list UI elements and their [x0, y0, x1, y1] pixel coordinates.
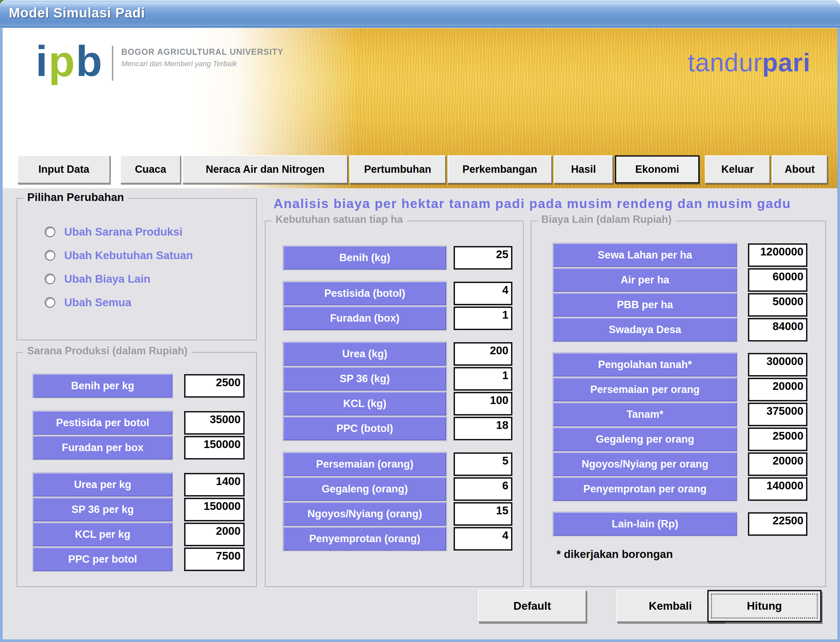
radio-label[interactable]: Ubah Kebutuhan Satuan — [64, 249, 193, 262]
table-row: SP 36 per kg — [33, 498, 256, 521]
table-row: Furadan (box) — [283, 306, 523, 330]
tab-hasil[interactable]: Hasil — [554, 155, 613, 183]
table-row: Furadan per box — [33, 436, 256, 459]
pestisida-per-botol-input[interactable] — [184, 411, 244, 434]
ngoyos-nyiang-orang-label: Ngoyos/Nyiang (orang) — [283, 502, 446, 526]
tanam-input[interactable] — [748, 403, 808, 426]
table-row: Pestisida per botol — [33, 411, 256, 434]
ppc-per-botol-label: PPC per botol — [33, 548, 172, 571]
pilihan-perubahan-title: Pilihan Perubahan — [23, 191, 128, 204]
lain-lain-rp-label: Lain-lain (Rp) — [553, 512, 737, 536]
table-row: Penyemprotan per orang — [553, 477, 825, 501]
air-per-ha-input[interactable] — [748, 268, 808, 292]
pengolahan-tanah-input[interactable] — [748, 353, 808, 376]
lain-lain-rp-input[interactable] — [748, 512, 808, 536]
ngoyos-nyiang-per-orang-label: Ngoyos/Nyiang per orang — [553, 452, 737, 476]
radio-label[interactable]: Ubah Sarana Produksi — [64, 225, 183, 238]
sarana-produksi-title: Sarana Produksi (dalam Rupiah) — [23, 345, 191, 357]
radio-icon[interactable] — [45, 274, 55, 284]
benih-kg-input[interactable] — [453, 246, 512, 269]
radio-group: Ubah Sarana Produksi Ubah Kebutuhan Satu… — [17, 199, 256, 309]
tab-ekonomi[interactable]: Ekonomi — [615, 155, 699, 183]
penyemprotan-orang-input[interactable] — [453, 527, 512, 551]
gegaleng-orang-input[interactable] — [453, 477, 512, 501]
table-row: KCL (kg) — [283, 392, 523, 415]
pbb-per-ha-input[interactable] — [748, 293, 808, 317]
default-button[interactable]: Default — [478, 590, 586, 622]
tab-perkembangan[interactable]: Perkembangan — [448, 155, 552, 183]
radio-ubah-sarana-produksi[interactable]: Ubah Sarana Produksi — [45, 225, 256, 238]
kebutuhan-satuan-groupbox: Kebutuhan satuan tiap ha Benih (kg) Pest… — [264, 220, 523, 587]
ppc-botol-input[interactable] — [453, 417, 512, 440]
university-name: BOGOR AGRICULTURAL UNIVERSITY — [121, 47, 283, 57]
persemaian-orang-label: Persemaian (orang) — [283, 452, 446, 476]
swadaya-desa-label: Swadaya Desa — [553, 318, 737, 342]
benih-per-kg-input[interactable] — [184, 374, 244, 398]
persemaian-per-orang-input[interactable] — [748, 378, 808, 401]
sewa-lahan-per-ha-input[interactable] — [748, 243, 808, 267]
ngoyos-nyiang-per-orang-input[interactable] — [748, 452, 808, 476]
header-banner: ipb BOGOR AGRICULTURAL UNIVERSITY Mencar… — [3, 28, 837, 188]
university-tagline: Mencari dan Memberi yang Terbaik — [121, 60, 283, 68]
window-frame: ipb BOGOR AGRICULTURAL UNIVERSITY Mencar… — [0, 28, 840, 642]
table-row: Urea per kg — [33, 473, 256, 496]
furadan-per-box-input[interactable] — [184, 436, 244, 459]
penyemprotan-orang-label: Penyemprotan (orang) — [283, 527, 446, 551]
radio-label[interactable]: Ubah Biaya Lain — [64, 272, 151, 285]
sp36-per-kg-input[interactable] — [184, 498, 244, 521]
penyemprotan-per-orang-input[interactable] — [748, 477, 808, 501]
tab-about[interactable]: About — [772, 155, 827, 183]
pestisida-botol-label: Pestisida (botol) — [283, 282, 446, 305]
urea-kg-input[interactable] — [453, 342, 512, 366]
urea-per-kg-input[interactable] — [184, 473, 244, 496]
sewa-lahan-per-ha-label: Sewa Lahan per ha — [553, 243, 737, 267]
radio-ubah-kebutuhan-satuan[interactable]: Ubah Kebutuhan Satuan — [45, 249, 256, 262]
sp36-per-kg-label: SP 36 per kg — [33, 498, 172, 521]
sp36-kg-input[interactable] — [453, 367, 512, 391]
tab-input-data[interactable]: Input Data — [18, 155, 110, 183]
table-row: Ngoyos/Nyiang per orang — [553, 452, 825, 476]
gegaleng-per-orang-input[interactable] — [748, 428, 808, 451]
table-row: Swadaya Desa — [553, 318, 825, 342]
page-title: Analisis biaya per hektar tanam padi pad… — [274, 196, 791, 211]
table-row: KCL per kg — [33, 523, 256, 546]
hitung-button[interactable]: Hitung — [707, 590, 822, 622]
sarana-rows: Benih per kg Pestisida per botol Furadan… — [17, 353, 256, 571]
table-row: Pengolahan tanah* — [553, 353, 825, 376]
tab-pertumbuhan[interactable]: Pertumbuhan — [350, 155, 446, 183]
radio-ubah-semua[interactable]: Ubah Semua — [45, 296, 256, 309]
kcl-kg-label: KCL (kg) — [283, 392, 446, 415]
furadan-box-label: Furadan (box) — [283, 306, 446, 330]
table-row: Penyemprotan (orang) — [283, 527, 523, 551]
kcl-kg-input[interactable] — [453, 392, 512, 415]
ppc-per-botol-input[interactable] — [184, 548, 244, 571]
radio-icon[interactable] — [45, 250, 55, 261]
table-row: PPC per botol — [33, 548, 256, 571]
radio-ubah-biaya-lain[interactable]: Ubah Biaya Lain — [45, 272, 256, 285]
pestisida-per-botol-label: Pestisida per botol — [33, 411, 172, 434]
penyemprotan-per-orang-label: Penyemprotan per orang — [553, 477, 737, 501]
gegaleng-orang-label: Gegaleng (orang) — [283, 477, 446, 501]
tab-bar: Input Data Cuaca Neraca Air dan Nitrogen… — [3, 155, 837, 183]
tab-keluar[interactable]: Keluar — [705, 155, 770, 183]
persemaian-orang-input[interactable] — [453, 452, 512, 476]
swadaya-desa-input[interactable] — [748, 318, 808, 342]
main-panel: Analisis biaya per hektar tanam padi pad… — [3, 188, 837, 639]
window-titlebar: Model Simulasi Padi — [0, 0, 840, 28]
furadan-box-input[interactable] — [453, 306, 512, 330]
radio-icon[interactable] — [45, 227, 55, 237]
tab-neraca-air-dan-nitrogen[interactable]: Neraca Air dan Nitrogen — [183, 155, 348, 183]
pengolahan-tanah-label: Pengolahan tanah* — [553, 353, 737, 376]
pestisida-botol-input[interactable] — [453, 282, 512, 305]
radio-label[interactable]: Ubah Semua — [64, 296, 131, 309]
kcl-per-kg-input[interactable] — [184, 523, 244, 546]
benih-kg-label: Benih (kg) — [283, 246, 446, 269]
table-row: Pestisida (botol) — [283, 282, 523, 305]
borongan-footnote: * dikerjakan borongan — [557, 548, 825, 561]
kebutuhan-rows: Benih (kg) Pestisida (botol) Furadan (bo… — [265, 221, 523, 551]
tab-cuaca[interactable]: Cuaca — [120, 155, 181, 183]
window-title: Model Simulasi Padi — [9, 5, 145, 21]
radio-icon[interactable] — [45, 297, 55, 308]
ngoyos-nyiang-orang-input[interactable] — [453, 502, 512, 526]
benih-per-kg-label: Benih per kg — [33, 374, 172, 398]
